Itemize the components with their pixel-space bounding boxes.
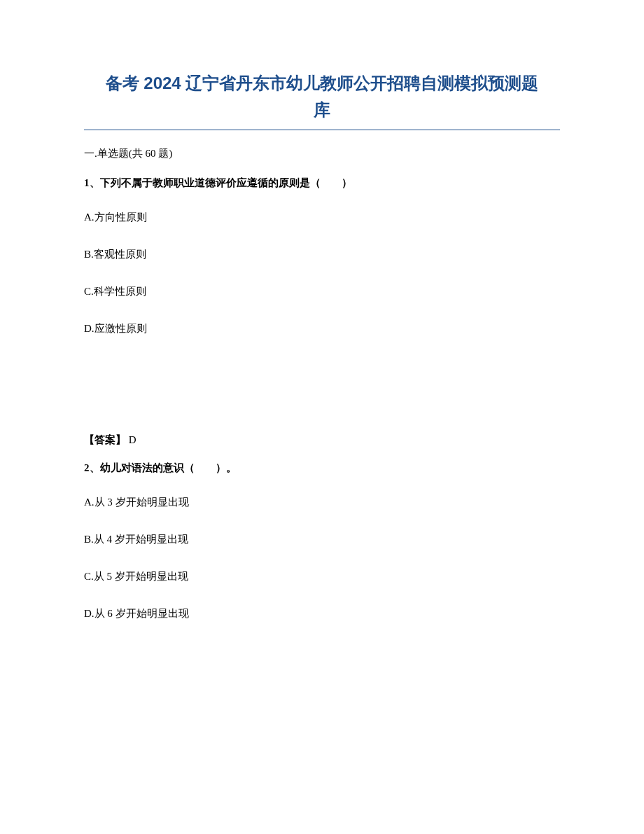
question-2-option-a: A.从 3 岁开始明显出现 [84,496,560,509]
title-line-2: 库 [314,100,330,119]
answer-label: 【答案】 [84,434,126,445]
question-2-stem: 2、幼儿对语法的意识（ ）。 [84,459,560,476]
section-heading: 一.单选题(共 60 题) [84,147,560,160]
question-2-option-d: D.从 6 岁开始明显出现 [84,607,560,620]
question-1-option-c: C.科学性原则 [84,285,560,298]
answer-value: D [126,434,136,445]
document-title: 备考 2024 辽宁省丹东市幼儿教师公开招聘自测模拟预测题 库 [84,70,560,124]
title-underline [84,130,560,130]
question-1-option-b: B.客观性原则 [84,248,560,261]
question-1-stem: 1、下列不属于教师职业道德评价应遵循的原则是（ ） [84,174,560,191]
document-page: 备考 2024 辽宁省丹东市幼儿教师公开招聘自测模拟预测题 库 一.单选题(共 … [0,0,644,686]
title-line-1: 备考 2024 辽宁省丹东市幼儿教师公开招聘自测模拟预测题 [106,74,539,92]
question-1-option-d: D.应激性原则 [84,322,560,335]
question-1-answer: 【答案】 D [84,433,560,447]
question-2-option-c: C.从 5 岁开始明显出现 [84,570,560,583]
question-1-option-a: A.方向性原则 [84,211,560,224]
question-2-option-b: B.从 4 岁开始明显出现 [84,533,560,546]
